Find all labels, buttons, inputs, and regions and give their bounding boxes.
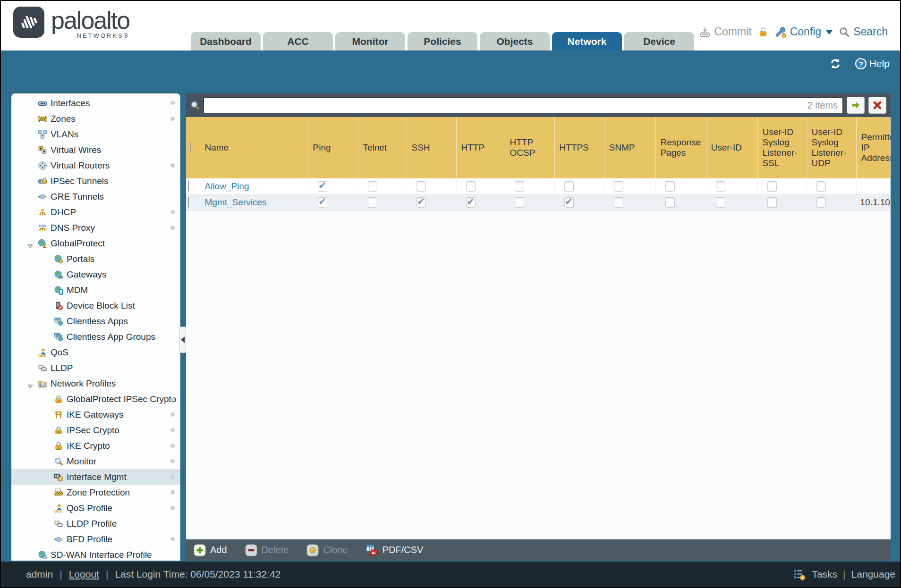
logout-link[interactable]: Logout [69,569,99,580]
sidebar-item-gateways[interactable]: Gateways [11,267,180,282]
column-header-http-ocsp[interactable]: HTTP OCSP [505,117,554,178]
commit-button[interactable]: Commit [699,25,751,38]
profile-name-link[interactable]: Mgmt_Services [200,197,267,207]
sidebar-item-ipsec-crypto[interactable]: IPSec Crypto [11,422,180,438]
profile-name-link[interactable]: Allow_Ping [200,181,249,191]
tab-network[interactable]: Network [552,32,622,50]
sidebar-item-ike-crypto[interactable]: IKE Crypto [11,438,180,454]
sidebar-item-vlans[interactable]: VLANs [11,126,180,142]
sidebar-item-clientless-app-groups[interactable]: Clientless App Groups [11,329,180,344]
service-checkbox[interactable] [318,197,327,208]
language-button[interactable]: Language [851,569,895,580]
service-checkbox[interactable] [368,181,377,192]
refresh-icon[interactable] [828,57,842,71]
column-header-telnet[interactable]: Telnet [358,117,407,178]
service-checkbox[interactable] [816,197,826,208]
column-header-ssh[interactable]: SSH [407,117,456,178]
sidebar-item-qos[interactable]: QoSQoS [11,344,180,360]
filter-input[interactable] [204,98,808,113]
service-checkbox[interactable] [515,181,524,192]
sidebar-item-interfaces[interactable]: Interfaces [11,95,180,111]
mdm-icon [54,286,63,295]
service-checkbox[interactable] [564,197,574,208]
column-header-ping[interactable]: Ping [308,117,358,178]
row-select-checkbox[interactable] [188,181,189,192]
service-checkbox[interactable] [466,197,476,208]
apply-filter-button[interactable] [847,97,865,114]
tab-dashboard[interactable]: Dashboard [191,32,261,50]
service-checkbox[interactable] [816,181,826,192]
tab-device[interactable]: Device [624,32,694,50]
clear-filter-button[interactable] [868,97,886,114]
column-header-http[interactable]: HTTP [456,117,505,178]
sidebar-item-ipsec-tunnels[interactable]: IPSec Tunnels [11,173,180,189]
service-checkbox[interactable] [368,197,377,208]
sidebar-item-device-block-list[interactable]: Device Block List [11,298,180,313]
sidebar-item-dns-proxy[interactable]: DNSDNS Proxy [11,220,180,235]
lock-button[interactable] [757,26,769,38]
sidebar-item-mdm[interactable]: MDM [11,282,180,298]
pdf-csv-button[interactable]: PDF/CSV [366,544,424,556]
tab-acc[interactable]: ACC [263,32,333,50]
sidebar-item-zone-protection[interactable]: Zone Protection [11,485,180,500]
sidebar-item-ike-gateways[interactable]: IKE Gateways [11,407,180,422]
sidebar-item-globalprotect-ipsec-crypto[interactable]: GlobalProtect IPSec Crypto [11,391,180,407]
column-header-name[interactable]: Name [200,117,308,178]
sidebar-item-virtual-routers[interactable]: Virtual Routers [11,158,180,173]
sidebar-item-gre-tunnels[interactable]: GRE Tunnels [11,189,180,204]
add-button[interactable]: Add [194,544,227,556]
config-menu-button[interactable]: Config [774,25,833,38]
sidebar-item-portals[interactable]: Portals [11,251,180,267]
expander-triangle-icon[interactable] [27,381,33,386]
column-header-user-id-syslog-listener-ssl[interactable]: User-ID Syslog Listener-SSL [757,117,807,178]
service-checkbox[interactable] [716,181,725,192]
column-header-user-id-syslog-listener-udp[interactable]: User-ID Syslog Listener-UDP [807,117,856,178]
table-header-row: NamePingTelnetSSHHTTPHTTP OCSPHTTPSSNMPR… [186,117,891,178]
sidebar-item-lldp[interactable]: LLDP [11,360,180,376]
column-header-permitted-ip-address[interactable]: Permitted IP Address... [856,117,891,178]
tasks-icon[interactable] [793,568,806,580]
row-select-checkbox[interactable] [188,197,189,208]
column-header-snmp[interactable]: SNMP [604,117,655,178]
sidebar-item-globalprotect[interactable]: GlobalProtect [11,235,180,251]
expander-triangle-icon[interactable] [27,241,33,245]
service-checkbox[interactable] [665,181,675,192]
sidebar-item-sd-wan-interface-profile[interactable]: SD-WAN Interface Profile [11,547,180,561]
service-checkbox[interactable] [318,181,327,192]
service-cell-ssh [407,194,456,210]
service-checkbox[interactable] [466,181,476,192]
service-checkbox[interactable] [515,197,524,208]
sidebar-item-bfd-profile[interactable]: BFD Profile [11,531,180,547]
service-checkbox[interactable] [416,181,426,192]
service-checkbox[interactable] [665,197,675,208]
service-checkbox[interactable] [614,197,623,208]
service-cell-http-ocsp [505,178,554,194]
sidebar-item-interface-mgmt[interactable]: Interface Mgmt [11,469,180,485]
tab-objects[interactable]: Objects [480,32,550,50]
tab-monitor[interactable]: Monitor [335,32,405,50]
tasks-button[interactable]: Tasks [812,569,837,580]
sidebar-item-zones[interactable]: Zones [11,111,180,126]
global-search-button[interactable]: Search [839,25,888,38]
sidebar-item-clientless-apps[interactable]: Clientless Apps [11,313,180,329]
column-header-response-pages[interactable]: Response Pages [655,117,706,178]
service-checkbox[interactable] [564,181,574,192]
sidebar-item-qos-profile[interactable]: QoSQoS Profile [11,500,180,516]
column-header-https[interactable]: HTTPS [554,117,604,178]
sidebar-item-dhcp[interactable]: IPDHCP [11,204,180,220]
service-checkbox[interactable] [716,197,725,208]
select-all-checkbox[interactable] [190,142,191,153]
help-button[interactable]: ? Help [855,58,890,70]
service-checkbox[interactable] [614,181,623,192]
sidebar-item-lldp-profile[interactable]: LLDP Profile [11,516,180,531]
service-checkbox[interactable] [767,197,777,208]
sidebar-item-network-profiles[interactable]: Network Profiles [11,376,180,391]
sidebar-item-virtual-wires[interactable]: Virtual Wires [11,142,180,158]
red-x-icon [873,101,882,110]
service-checkbox[interactable] [416,197,426,208]
sidebar-item-monitor[interactable]: Monitor [11,454,180,469]
tab-policies[interactable]: Policies [408,32,477,50]
service-checkbox[interactable] [767,181,777,192]
sidebar-collapse-handle[interactable] [179,327,186,353]
column-header-user-id[interactable]: User-ID [706,117,757,178]
